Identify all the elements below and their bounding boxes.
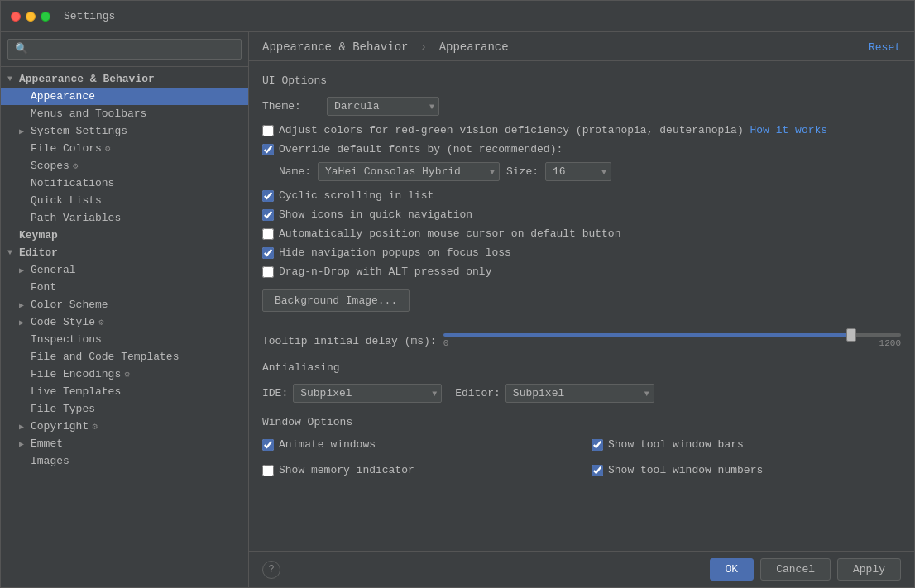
sidebar-item-file-types[interactable]: File Types [1,400,248,418]
sidebar-item-file-colors[interactable]: File Colors ⚙ [1,140,248,157]
slider-min: 0 [443,338,449,348]
tool-bars-label: Show tool window bars [608,438,744,451]
antialiasing-title: Antialiasing [262,361,901,374]
show-icons-checkbox[interactable] [262,209,274,221]
theme-dropdown[interactable]: Darcula IntelliJ High Contrast [327,97,439,116]
sidebar-item-appearance[interactable]: Appearance [1,88,248,105]
tool-bars-row: Show tool window bars [592,438,901,451]
sidebar-item-label: Live Templates [31,385,121,398]
sidebar-item-appearance-behavior[interactable]: Appearance & Behavior [1,70,248,88]
sidebar-item-code-style[interactable]: Code Style ⚙ [1,313,248,331]
search-input[interactable] [7,39,242,60]
memory-row: Show memory indicator [262,464,572,476]
editor-dropdown[interactable]: No antialiasing Greyscale Subpixel [505,384,654,403]
hide-nav-label: Hide navigation popups on focus loss [279,246,511,259]
sidebar-item-label: File Encodings [31,368,121,380]
title-bar: Settings [1,1,914,32]
sidebar-item-path-variables[interactable]: Path Variables [1,209,248,227]
window-options-section: Window Options Animate windows Show tool… [262,416,901,483]
sidebar-item-general[interactable]: General [1,261,248,279]
tool-numbers-checkbox[interactable] [592,465,603,476]
ok-button[interactable]: OK [710,558,755,581]
how-it-works-link[interactable]: How it works [750,124,828,136]
sidebar-item-label: Scopes [31,160,69,172]
drag-drop-checkbox[interactable] [262,266,274,278]
sidebar-item-copyright[interactable]: Copyright ⚙ [1,418,248,435]
hide-nav-checkbox[interactable] [262,247,274,259]
tool-bars-checkbox[interactable] [592,439,603,451]
sidebar-item-keymap[interactable]: Keymap [1,227,248,244]
main-content: Appearance & Behavior Appearance Menus a… [1,32,914,587]
cancel-button[interactable]: Cancel [760,558,831,581]
expand-arrow [19,439,31,449]
sidebar-item-label: Images [31,455,69,467]
tooltip-slider[interactable] [443,333,901,337]
gear-icon: ⚙ [73,160,79,171]
panel-body: UI Options Theme: Darcula IntelliJ High … [249,61,914,551]
auto-position-label: Automatically position mouse cursor on d… [279,227,620,240]
animate-label: Animate windows [279,438,376,451]
show-icons-label: Show icons in quick navigation [279,208,472,221]
ide-dropdown[interactable]: No antialiasing Greyscale Subpixel [293,384,442,403]
tooltip-label: Tooltip initial delay (ms): [262,335,437,347]
tooltip-row: Tooltip initial delay (ms): 0 1200 [262,333,901,348]
sidebar-item-label: Color Scheme [31,299,108,311]
font-size-dropdown[interactable]: 1213141516182024 [545,162,611,181]
expand-arrow [19,300,31,310]
animate-checkbox[interactable] [262,439,274,451]
drag-drop-label: Drag-n-Drop with ALT pressed only [279,265,491,278]
font-size-label: Size: [506,165,539,178]
tool-numbers-label: Show tool window numbers [608,464,763,476]
font-size-dropdown-wrapper: 1213141516182024 ▼ [545,162,611,181]
breadcrumb-separator: › [420,41,434,54]
editor-dropdown-wrapper: No antialiasing Greyscale Subpixel ▼ [505,384,654,403]
sidebar-item-quick-lists[interactable]: Quick Lists [1,192,248,209]
antialiasing-row: IDE: No antialiasing Greyscale Subpixel … [262,384,901,403]
theme-row: Theme: Darcula IntelliJ High Contrast ▼ [262,97,901,116]
antialiasing-section: Antialiasing IDE: No antialiasing Greysc… [262,361,901,403]
sidebar-item-notifications[interactable]: Notifications [1,174,248,192]
sidebar-item-label: General [31,264,76,276]
reset-link[interactable]: Reset [869,41,901,54]
sidebar-item-file-code-templates[interactable]: File and Code Templates [1,348,248,366]
override-fonts-checkbox[interactable] [262,144,274,155]
sidebar-item-system-settings[interactable]: System Settings [1,122,248,140]
animate-row: Animate windows [262,438,572,451]
bg-image-button[interactable]: Background Image... [262,289,410,312]
sidebar-item-menus-toolbars[interactable]: Menus and Toolbars [1,105,248,122]
override-fonts-label: Override default fonts by (not recommend… [279,143,563,155]
sidebar-item-scopes[interactable]: Scopes ⚙ [1,157,248,174]
sidebar-item-label: Appearance [31,90,95,103]
help-button[interactable]: ? [262,561,280,579]
red-green-checkbox[interactable] [262,125,274,136]
sidebar-item-file-encodings[interactable]: File Encodings ⚙ [1,366,248,383]
sidebar-item-inspections[interactable]: Inspections [1,331,248,348]
auto-position-checkbox[interactable] [262,228,274,240]
sidebar-item-color-scheme[interactable]: Color Scheme [1,296,248,313]
sidebar: Appearance & Behavior Appearance Menus a… [1,32,249,587]
memory-label: Show memory indicator [279,464,414,476]
gear-icon: ⚙ [98,317,104,327]
ui-options-title: UI Options [262,74,901,87]
cyclic-checkbox[interactable] [262,190,274,202]
sidebar-item-label: Menus and Toolbars [31,108,146,120]
bg-image-container: Background Image... [262,289,901,322]
close-button[interactable] [11,12,21,22]
sidebar-item-emmet[interactable]: Emmet [1,435,248,452]
theme-label: Theme: [262,100,320,112]
memory-checkbox[interactable] [262,465,274,476]
ide-dropdown-wrapper: No antialiasing Greyscale Subpixel ▼ [293,384,442,403]
maximize-button[interactable] [41,12,50,22]
breadcrumb-part1: Appearance & Behavior [262,41,408,54]
sidebar-item-editor[interactable]: Editor [1,244,248,261]
sidebar-item-font[interactable]: Font [1,279,248,296]
sidebar-item-live-templates[interactable]: Live Templates [1,383,248,400]
hide-nav-row: Hide navigation popups on focus loss [262,246,901,259]
sidebar-item-images[interactable]: Images [1,452,248,470]
cyclic-row: Cyclic scrolling in list [262,189,901,202]
breadcrumb-part2: Appearance [439,41,509,54]
apply-button[interactable]: Apply [837,558,901,581]
font-name-dropdown[interactable]: YaHei Consolas Hybrid [318,162,500,181]
gear-icon: ⚙ [105,143,111,154]
minimize-button[interactable] [26,12,36,22]
